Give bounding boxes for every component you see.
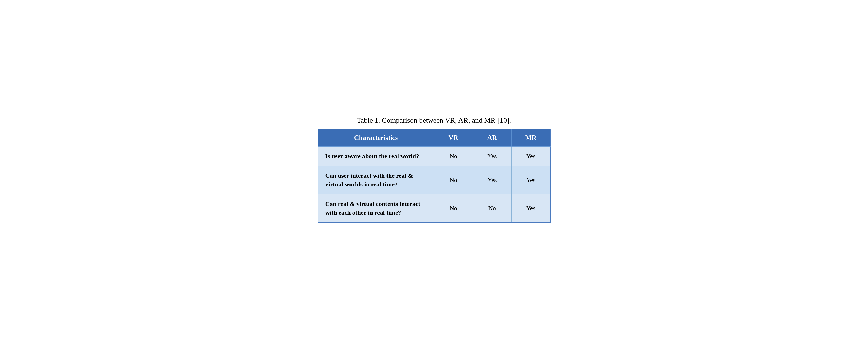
page-container: Table 1. Comparison between VR, AR, and … [318, 116, 551, 223]
row3-ar: No [473, 194, 512, 222]
table-row: Can real & virtual contents interact wit… [318, 194, 550, 222]
row3-mr: Yes [512, 194, 550, 222]
header-characteristics: Characteristics [318, 129, 434, 147]
row3-vr: No [434, 194, 473, 222]
row1-ar: Yes [473, 147, 512, 166]
row3-characteristic: Can real & virtual contents interact wit… [318, 194, 434, 222]
row2-mr: Yes [512, 166, 550, 194]
table-row: Is user aware about the real world? No Y… [318, 147, 550, 166]
header-vr: VR [434, 129, 473, 147]
header-ar: AR [473, 129, 512, 147]
row2-ar: Yes [473, 166, 512, 194]
row1-mr: Yes [512, 147, 550, 166]
row2-characteristic: Can user interact with the real & virtua… [318, 166, 434, 194]
header-mr: MR [512, 129, 550, 147]
row1-characteristic: Is user aware about the real world? [318, 147, 434, 166]
comparison-table: Characteristics VR AR MR Is user aware a… [318, 129, 551, 223]
row2-vr: No [434, 166, 473, 194]
table-title: Table 1. Comparison between VR, AR, and … [318, 116, 551, 125]
table-header-row: Characteristics VR AR MR [318, 129, 550, 147]
table-row: Can user interact with the real & virtua… [318, 166, 550, 194]
row1-vr: No [434, 147, 473, 166]
